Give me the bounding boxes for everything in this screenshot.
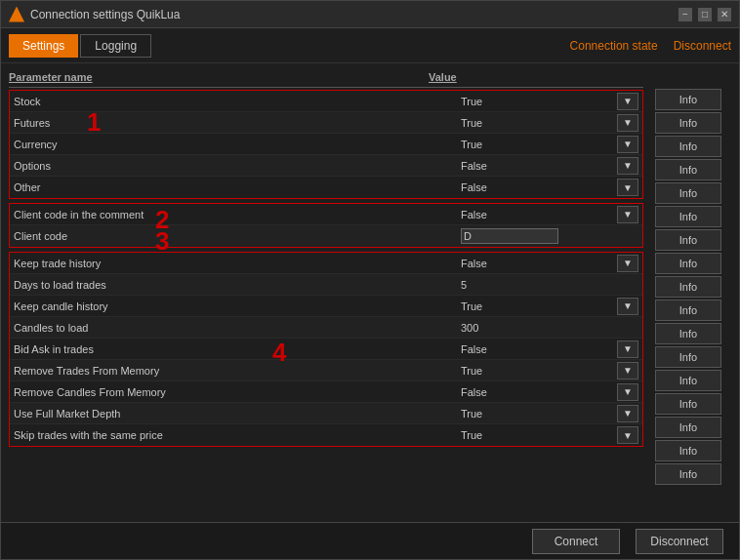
dropdown-keep-trade[interactable]: ▼	[617, 255, 638, 272]
row-label: Use Full Market Depth	[14, 408, 461, 420]
info-button-13[interactable]: Info	[655, 370, 721, 391]
client-code-input[interactable]	[461, 228, 558, 244]
section1-wrapper: Stock True ▼ Futures True ▼ Currency Tru…	[9, 90, 643, 199]
window-title: Connection settings QuikLua	[30, 8, 678, 21]
info-button-11[interactable]: Info	[655, 323, 721, 344]
row-label: Stock	[14, 96, 461, 107]
row-label: Currency	[14, 139, 461, 150]
table-row: Candles to load 300 ▼	[10, 317, 642, 339]
info-button-1[interactable]: Info	[655, 89, 721, 110]
connect-button[interactable]: Connect	[532, 529, 620, 554]
info-button-5[interactable]: Info	[655, 182, 721, 204]
table-row: Currency True ▼	[10, 134, 642, 155]
table-row: Keep trade history False ▼	[10, 253, 642, 274]
row-value: False	[461, 258, 617, 269]
row-label: Client code in the comment	[14, 209, 461, 220]
section23-wrapper: Client code in the comment False ▼ Clien…	[9, 203, 643, 248]
table-row: Stock True ▼	[10, 91, 642, 112]
row-value: True	[461, 96, 617, 107]
row-label: Remove Trades From Memory	[14, 365, 461, 377]
column-headers: Parameter name Value	[9, 69, 643, 88]
row-value: False	[461, 343, 617, 355]
table-row: Days to load trades 5 ▼	[10, 274, 642, 296]
section23-box: Client code in the comment False ▼ Clien…	[9, 203, 643, 248]
dropdown-currency[interactable]: ▼	[617, 136, 638, 153]
tab-logging[interactable]: Logging	[80, 34, 151, 58]
info-button-3[interactable]: Info	[655, 136, 721, 157]
info-button-10[interactable]: Info	[655, 300, 721, 321]
dropdown-market-depth[interactable]: ▼	[617, 405, 638, 422]
table-row: Bid Ask in trades False ▼	[10, 339, 642, 360]
main-window: Connection settings QuikLua − □ ✕ Settin…	[0, 0, 740, 560]
toolbar: Settings Logging Connection state Discon…	[1, 28, 739, 63]
row-label: Bid Ask in trades	[14, 343, 461, 355]
main-panel: Parameter name Value Stock True ▼ Future…	[1, 63, 651, 522]
info-button-9[interactable]: Info	[655, 276, 721, 298]
col-header-param: Parameter name	[9, 71, 429, 83]
row-label: Days to load trades	[14, 279, 461, 291]
table-row: Futures True ▼	[10, 112, 642, 134]
section4-wrapper: Keep trade history False ▼ Days to load …	[9, 252, 643, 447]
section4-box: Keep trade history False ▼ Days to load …	[9, 252, 643, 447]
row-label: Other	[14, 181, 461, 193]
table-row: Options False ▼	[10, 155, 642, 177]
info-button-12[interactable]: Info	[655, 346, 721, 368]
row-label: Remove Candles From Memory	[14, 386, 461, 398]
title-bar: Connection settings QuikLua − □ ✕	[1, 1, 739, 28]
col-header-value: Value	[429, 71, 643, 83]
row-value: 300	[461, 322, 617, 334]
connection-state-link[interactable]: Connection state	[570, 39, 658, 53]
row-value: True	[461, 117, 617, 129]
row-label: Skip trades with the same price	[14, 429, 461, 441]
app-icon	[9, 7, 24, 22]
table-row: Client code ▼	[10, 225, 642, 247]
row-value: True	[461, 408, 617, 420]
dropdown-remove-trades[interactable]: ▼	[617, 362, 638, 380]
row-label: Candles to load	[14, 322, 461, 334]
row-value: False	[461, 160, 617, 172]
row-value	[461, 228, 617, 244]
row-label: Options	[14, 160, 461, 172]
row-value: True	[461, 139, 617, 150]
dropdown-skip-trades[interactable]: ▼	[617, 426, 638, 444]
close-button[interactable]: ✕	[718, 8, 731, 21]
table-row: Other False ▼	[10, 177, 642, 198]
section1-box: Stock True ▼ Futures True ▼ Currency Tru…	[9, 90, 643, 199]
row-value: False	[461, 181, 617, 193]
info-button-16[interactable]: Info	[655, 440, 721, 461]
info-button-14[interactable]: Info	[655, 393, 721, 415]
info-button-15[interactable]: Info	[655, 417, 721, 438]
info-button-7[interactable]: Info	[655, 229, 721, 251]
title-buttons: − □ ✕	[678, 8, 731, 21]
info-button-4[interactable]: Info	[655, 159, 721, 180]
minimize-button[interactable]: −	[678, 8, 692, 21]
toolbar-disconnect-link[interactable]: Disconnect	[674, 39, 731, 53]
dropdown-remove-candles[interactable]: ▼	[617, 383, 638, 401]
tab-bar: Settings Logging	[9, 34, 151, 58]
row-value: True	[461, 300, 617, 312]
info-button-2[interactable]: Info	[655, 112, 721, 134]
content-area: Parameter name Value Stock True ▼ Future…	[1, 63, 739, 522]
row-label: Keep trade history	[14, 258, 461, 269]
dropdown-bidask[interactable]: ▼	[617, 340, 638, 358]
maximize-button[interactable]: □	[698, 8, 712, 21]
dropdown-stock[interactable]: ▼	[617, 93, 638, 110]
dropdown-keep-candle[interactable]: ▼	[617, 298, 638, 315]
dropdown-futures[interactable]: ▼	[617, 114, 638, 132]
dropdown-client-comment[interactable]: ▼	[617, 206, 638, 223]
row-value: False	[461, 209, 617, 220]
dropdown-options[interactable]: ▼	[617, 157, 638, 175]
info-button-6[interactable]: Info	[655, 206, 721, 227]
tab-settings[interactable]: Settings	[9, 34, 78, 58]
dropdown-other[interactable]: ▼	[617, 179, 638, 196]
disconnect-button[interactable]: Disconnect	[636, 529, 723, 554]
row-label: Keep candle history	[14, 300, 461, 312]
info-button-8[interactable]: Info	[655, 253, 721, 274]
table-row: Client code in the comment False ▼	[10, 204, 642, 225]
row-value: False	[461, 386, 617, 398]
footer: Connect Disconnect	[1, 522, 739, 559]
info-panel: Info Info Info Info Info Info Info Info …	[651, 63, 739, 522]
row-value: True	[461, 365, 617, 377]
table-row: Use Full Market Depth True ▼	[10, 403, 642, 424]
info-button-17[interactable]: Info	[655, 463, 721, 485]
